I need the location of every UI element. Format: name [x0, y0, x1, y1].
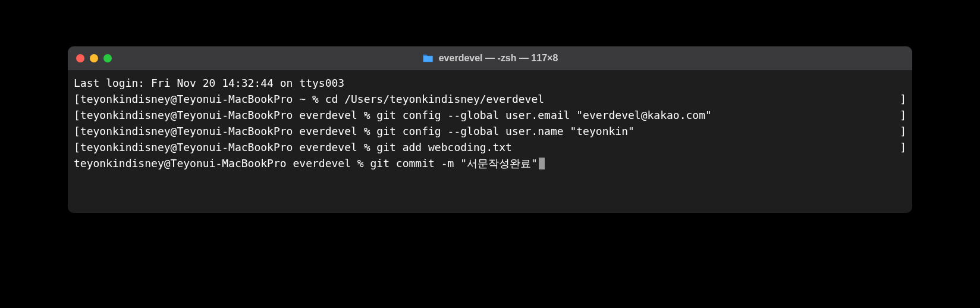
line-content: [teyonkindisney@Teyonui-MacBookPro everd… — [74, 107, 712, 123]
folder-icon — [422, 54, 434, 63]
close-button[interactable] — [76, 54, 84, 62]
cursor — [539, 158, 545, 169]
line-bracket: ] — [900, 139, 906, 155]
terminal-line: [teyonkindisney@Teyonui-MacBookPro everd… — [74, 123, 906, 139]
minimize-button[interactable] — [90, 54, 98, 62]
terminal-line: [teyonkindisney@Teyonui-MacBookPro everd… — [74, 107, 906, 123]
prompt-text: teyonkindisney@Teyonui-MacBookPro everde… — [74, 155, 370, 171]
maximize-button[interactable] — [103, 54, 112, 62]
traffic-lights — [76, 54, 112, 62]
line-bracket: ] — [900, 91, 906, 107]
line-bracket: ] — [900, 107, 906, 123]
terminal-body[interactable]: Last login: Fri Nov 20 14:32:44 on ttys0… — [68, 70, 912, 213]
command-input[interactable]: git commit -m "서문작성완료" — [370, 155, 538, 171]
line-content: [teyonkindisney@Teyonui-MacBookPro everd… — [74, 123, 635, 139]
last-login-line: Last login: Fri Nov 20 14:32:44 on ttys0… — [74, 75, 906, 91]
window-title-text: everdevel — -zsh — 117×8 — [439, 53, 558, 64]
terminal-line: [teyonkindisney@Teyonui-MacBookPro everd… — [74, 139, 906, 155]
terminal-line: [teyonkindisney@Teyonui-MacBookPro ~ % c… — [74, 91, 906, 107]
terminal-window: everdevel — -zsh — 117×8 Last login: Fri… — [68, 46, 912, 213]
line-content: [teyonkindisney@Teyonui-MacBookPro ~ % c… — [74, 91, 544, 107]
current-input-line[interactable]: teyonkindisney@Teyonui-MacBookPro everde… — [74, 155, 906, 171]
line-bracket: ] — [900, 123, 906, 139]
titlebar[interactable]: everdevel — -zsh — 117×8 — [68, 46, 912, 70]
line-content: [teyonkindisney@Teyonui-MacBookPro everd… — [74, 139, 512, 155]
window-title: everdevel — -zsh — 117×8 — [422, 53, 558, 64]
